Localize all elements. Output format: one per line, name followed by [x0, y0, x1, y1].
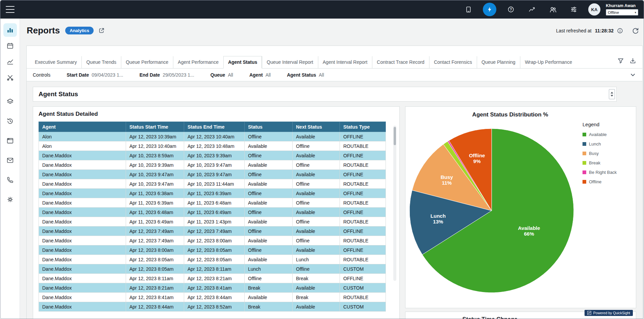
table-row[interactable]: Dane.MaddoxApr 10, 2023 9:47amApr 10, 20… — [39, 170, 386, 179]
tab-executive-summary[interactable]: Executive Summary — [30, 56, 81, 68]
open-in-new-button[interactable] — [98, 27, 105, 34]
table-cell: Apr 10, 2023 8:59am — [126, 151, 184, 160]
agent-status-dropdown[interactable]: Offline ▾ — [606, 9, 638, 16]
refresh-button[interactable] — [632, 27, 639, 34]
legend-item-be-right-back[interactable]: Be Right Back — [583, 170, 630, 175]
table-cell: OFFLINE — [340, 274, 386, 283]
sidebar-item-mail[interactable] — [3, 154, 17, 167]
tab-agent-performance[interactable]: Agent Performance — [173, 56, 223, 68]
table-row[interactable]: Dane.MaddoxApr 12, 2023 8:00amApr 12, 20… — [39, 245, 386, 255]
table-cell: ROUTABLE — [340, 198, 386, 208]
section-stepper[interactable] — [609, 89, 615, 99]
table-row[interactable]: Dane.MaddoxApr 12, 2023 7:49amApr 12, 20… — [39, 227, 386, 236]
col-header-status[interactable]: Status — [245, 122, 293, 132]
table-cell: Available — [245, 198, 293, 208]
table-row[interactable]: Dane.MaddoxApr 12, 2023 8:05amApr 12, 20… — [39, 255, 386, 264]
device-button[interactable] — [462, 3, 475, 16]
sidebar-item-window[interactable] — [3, 134, 17, 148]
legend-label: Available — [589, 132, 607, 137]
control-agent[interactable]: AgentAll — [249, 72, 271, 78]
legend-item-available[interactable]: Available — [583, 132, 630, 137]
table-row[interactable]: Dane.MaddoxApr 11, 2023 6:38amApr 11, 20… — [39, 189, 386, 198]
avatar[interactable]: KA — [588, 3, 600, 16]
col-header-status-end-time[interactable]: Status End Time — [184, 122, 245, 132]
info-button[interactable] — [617, 28, 623, 34]
table-cell: Apr 12, 2023 8:21am — [184, 274, 245, 283]
tab-queue-planning[interactable]: Queue Planning — [477, 56, 520, 68]
table-row[interactable]: Dane.MaddoxApr 11, 2023 6:39amApr 11, 20… — [39, 198, 386, 208]
legend-item-offline[interactable]: Offline — [583, 179, 630, 184]
tab-agent-status[interactable]: Agent Status — [223, 56, 262, 69]
legend-item-lunch[interactable]: Lunch — [583, 141, 630, 147]
legend-item-busy[interactable]: Busy — [583, 151, 630, 156]
table-cell: Apr 12, 2023 7:49am — [126, 236, 184, 245]
table-row[interactable]: Dane.MaddoxApr 10, 2023 9:47amApr 10, 20… — [39, 179, 386, 189]
table-row[interactable]: AlonApr 12, 2023 10:39amApr 12, 2023 10:… — [39, 132, 386, 141]
table-cell: ROUTABLE — [340, 141, 386, 151]
sidebar-item-phone[interactable] — [3, 173, 17, 187]
table-scrollbar-thumb[interactable] — [394, 127, 396, 145]
table-cell: Offline — [245, 245, 293, 255]
col-header-next-status[interactable]: Next Status — [293, 122, 340, 132]
tab-contract-trace-record[interactable]: Contract Trace Record — [372, 56, 429, 68]
hamburger-menu-icon[interactable] — [6, 6, 15, 13]
table-title: Agent Status Detailed — [39, 111, 394, 117]
col-header-status-type[interactable]: Status Type — [340, 122, 386, 132]
filter-button[interactable] — [617, 57, 624, 65]
table-row[interactable]: Dane.MaddoxApr 10, 2023 8:59amApr 10, 20… — [39, 151, 386, 160]
control-start-date[interactable]: Start Date09/04/2023 1... — [67, 72, 123, 78]
control-end-date[interactable]: End Date29/05/2023 1... — [140, 72, 194, 78]
table-row[interactable]: Dane.MaddoxApr 10, 2023 9:39amApr 10, 20… — [39, 160, 386, 170]
sidebar-item-reports[interactable] — [3, 23, 17, 37]
table-row[interactable]: Dane.MaddoxApr 12, 2023 8:11amApr 12, 20… — [39, 274, 386, 283]
table-scrollbar[interactable] — [393, 126, 396, 281]
table-row[interactable]: Dane.MaddoxApr 12, 2023 8:21amApr 12, 20… — [39, 283, 386, 293]
users-button[interactable] — [546, 3, 559, 16]
help-button[interactable]: ? — [504, 3, 517, 16]
table-cell: ROUTABLE — [340, 217, 386, 227]
table-cell: Apr 10, 2023 9:39am — [184, 151, 245, 160]
agent-status-value: Offline — [608, 10, 619, 15]
table-cell: Apr 12, 2023 8:41am — [126, 293, 184, 302]
table-cell: ROUTABLE — [340, 236, 386, 245]
table-row[interactable]: Dane.MaddoxApr 12, 2023 8:41amApr 12, 20… — [39, 293, 386, 302]
tab-agent-interval-report[interactable]: Agent Interval Report — [318, 56, 372, 68]
control-queue[interactable]: QueueAll — [210, 72, 233, 78]
table-cell: Offline — [245, 189, 293, 198]
tab-contact-forensics[interactable]: Contact Forensics — [429, 56, 477, 68]
controls-collapse-button[interactable] — [629, 72, 636, 78]
table-cell: Dane.Maddox — [39, 179, 126, 189]
tab-queue-performance[interactable]: Queue Performance — [121, 56, 173, 68]
sidebar-item-layers[interactable] — [3, 95, 17, 108]
table-row[interactable]: Dane.MaddoxApr 12, 2023 8:44amApr 12, 20… — [39, 302, 386, 312]
sidebar-item-calendar[interactable] — [3, 39, 17, 53]
device-icon — [465, 6, 472, 13]
table-row[interactable]: Dane.MaddoxApr 12, 2023 8:05amApr 12, 20… — [39, 264, 386, 274]
analytics-badge[interactable]: Analytics — [65, 27, 94, 34]
sliders-button[interactable] — [567, 3, 580, 16]
control-agent-status[interactable]: Agent StatusAll — [287, 72, 324, 78]
metrics-button[interactable] — [525, 3, 538, 16]
tab-queue-interval-report[interactable]: Queue Interval Report — [262, 56, 318, 68]
sidebar-item-history[interactable] — [3, 114, 17, 128]
tab-queue-trends[interactable]: Queue Trends — [81, 56, 121, 68]
sidebar-item-metrics[interactable] — [3, 55, 17, 69]
col-header-agent[interactable]: Agent — [39, 122, 126, 132]
powered-by-quicksight-badge[interactable]: Powered by QuickSight — [585, 310, 633, 316]
legend-item-break[interactable]: Break — [583, 160, 630, 165]
table-row[interactable]: Dane.MaddoxApr 12, 2023 7:49amApr 12, 20… — [39, 236, 386, 245]
controls-label: Controls — [33, 72, 50, 78]
sidebar-item-settings[interactable] — [3, 193, 17, 206]
col-header-status-start-time[interactable]: Status Start Time — [126, 122, 184, 132]
legend-label: Lunch — [589, 141, 601, 147]
table-row[interactable]: Dane.MaddoxApr 11, 2023 6:49amApr 11, 20… — [39, 217, 386, 227]
sidebar-item-tools[interactable] — [3, 71, 17, 84]
flash-button[interactable] — [483, 3, 496, 16]
table-cell: Dane.Maddox — [39, 236, 126, 245]
table-row[interactable]: AlonApr 12, 2023 10:40amApr 12, 2023 10:… — [39, 141, 386, 151]
tab-wrap-up-performance[interactable]: Wrap-Up Performance — [520, 56, 577, 68]
table-cell: Offline — [293, 198, 340, 208]
table-row[interactable]: Dane.MaddoxApr 11, 2023 6:48amApr 11, 20… — [39, 208, 386, 217]
export-button[interactable] — [629, 57, 636, 65]
table-cell: OFFLINE — [340, 245, 386, 255]
